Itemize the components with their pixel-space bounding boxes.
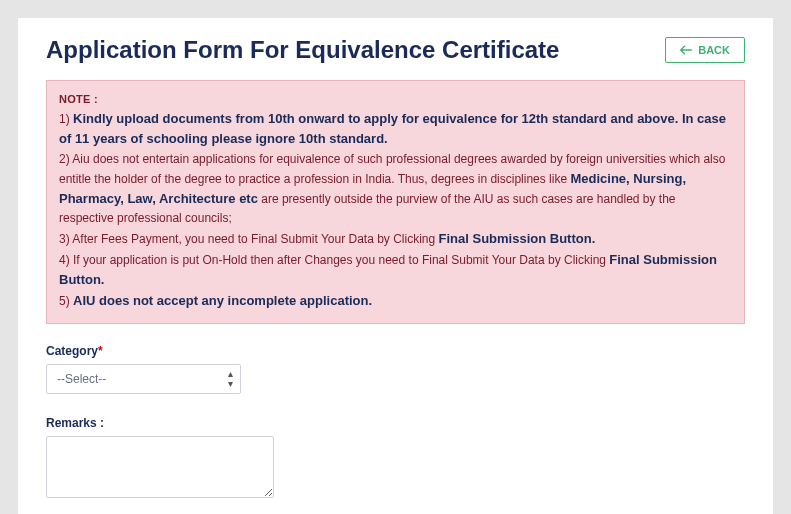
header-row: Application Form For Equivalence Certifi… (46, 36, 745, 64)
note-title: NOTE : (59, 91, 732, 108)
note-line-1: 1) Kindly upload documents from 10th onw… (59, 109, 732, 149)
category-label-text: Category (46, 344, 98, 358)
note-1-bold: Kindly upload documents from 10th onward… (59, 111, 726, 146)
note-1-num: 1) (59, 112, 73, 126)
note-3-bold: Final Submission Button. (439, 231, 596, 246)
form-card: Application Form For Equivalence Certifi… (18, 18, 773, 514)
page-title: Application Form For Equivalence Certifi… (46, 36, 559, 64)
category-select[interactable]: --Select-- (46, 364, 241, 394)
arrow-left-icon (680, 45, 692, 55)
remarks-textarea[interactable] (46, 436, 274, 498)
note-line-3: 3) After Fees Payment, you need to Final… (59, 229, 732, 249)
note-line-2: 2) Aiu does not entertain applications f… (59, 150, 732, 227)
remarks-label: Remarks : (46, 416, 745, 430)
note-3a: 3) After Fees Payment, you need to Final… (59, 232, 439, 246)
note-box: NOTE : 1) Kindly upload documents from 1… (46, 80, 745, 324)
note-line-5: 5) AIU does not accept any incomplete ap… (59, 291, 732, 311)
category-label: Category* (46, 344, 745, 358)
required-mark: * (98, 344, 103, 358)
note-5-bold: AIU does not accept any incomplete appli… (73, 293, 372, 308)
note-4a: 4) If your application is put On-Hold th… (59, 253, 609, 267)
note-5-num: 5) (59, 294, 73, 308)
note-line-4: 4) If your application is put On-Hold th… (59, 250, 732, 290)
back-button-label: BACK (698, 44, 730, 56)
category-select-wrap: --Select-- ▴▾ (46, 364, 241, 394)
back-button[interactable]: BACK (665, 37, 745, 63)
